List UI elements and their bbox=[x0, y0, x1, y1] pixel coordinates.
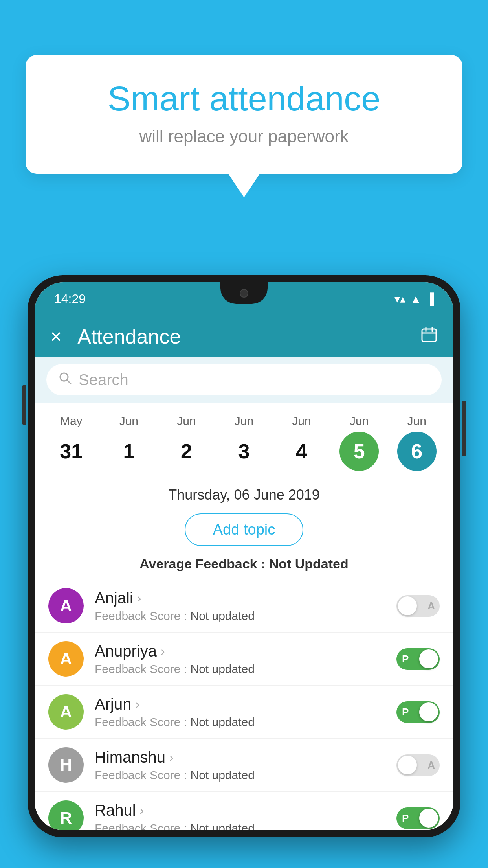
chevron-icon: › bbox=[140, 803, 144, 818]
attendance-toggle[interactable]: P bbox=[396, 648, 440, 670]
day-number-label: 5 bbox=[339, 432, 379, 471]
student-item[interactable]: RRahul ›Feedback Score : Not updated P bbox=[35, 792, 453, 830]
toggle-label: A bbox=[427, 759, 435, 771]
student-name: Himanshu › bbox=[95, 748, 396, 766]
calendar-day[interactable]: Jun6 bbox=[393, 414, 440, 471]
student-feedback: Feedback Score : Not updated bbox=[95, 662, 396, 676]
student-feedback: Feedback Score : Not updated bbox=[95, 609, 396, 623]
calendar-day[interactable]: Jun5 bbox=[336, 414, 383, 471]
day-number-label: 1 bbox=[109, 432, 149, 471]
day-number-label: 31 bbox=[51, 432, 91, 471]
student-name: Anupriya › bbox=[95, 642, 396, 660]
toggle-off[interactable]: A bbox=[396, 595, 440, 617]
student-item[interactable]: AArjun ›Feedback Score : Not updated P bbox=[35, 686, 453, 739]
chevron-icon: › bbox=[135, 697, 139, 712]
camera bbox=[240, 289, 248, 298]
phone-container: 14:29 ▾▴ ▲ ▐ × Attendance bbox=[28, 275, 460, 868]
status-icons: ▾▴ ▲ ▐ bbox=[394, 292, 434, 305]
student-feedback: Feedback Score : Not updated bbox=[95, 715, 396, 729]
speech-bubble-tail bbox=[228, 174, 260, 197]
student-item[interactable]: AAnjali ›Feedback Score : Not updated A bbox=[35, 579, 453, 633]
toggle-knob bbox=[398, 596, 417, 615]
speech-bubble-title: Smart attendance bbox=[57, 79, 431, 119]
power-button bbox=[462, 401, 466, 456]
day-month-label: Jun bbox=[350, 414, 369, 428]
speech-bubble-container: Smart attendance will replace your paper… bbox=[26, 55, 462, 197]
battery-icon: ▐ bbox=[426, 293, 434, 305]
selected-date: Thursday, 06 June 2019 bbox=[35, 479, 453, 507]
toggle-on[interactable]: P bbox=[396, 648, 440, 670]
add-topic-container: Add topic bbox=[35, 507, 453, 552]
toggle-label: A bbox=[427, 600, 435, 612]
toggle-knob bbox=[419, 809, 438, 828]
svg-rect-0 bbox=[422, 329, 436, 342]
student-avatar: A bbox=[48, 588, 84, 623]
phone-notch bbox=[220, 282, 268, 304]
phone-outer: 14:29 ▾▴ ▲ ▐ × Attendance bbox=[28, 275, 460, 837]
student-avatar: A bbox=[48, 694, 84, 730]
student-info: Anupriya ›Feedback Score : Not updated bbox=[95, 642, 396, 676]
chevron-icon: › bbox=[169, 750, 174, 765]
calendar-icon[interactable] bbox=[420, 326, 438, 347]
calendar-day[interactable]: Jun3 bbox=[220, 414, 268, 471]
day-month-label: Jun bbox=[119, 414, 138, 428]
student-item[interactable]: AAnupriya ›Feedback Score : Not updated … bbox=[35, 633, 453, 686]
attendance-toggle[interactable]: A bbox=[396, 754, 440, 776]
student-name: Rahul › bbox=[95, 802, 396, 819]
phone-screen: 14:29 ▾▴ ▲ ▐ × Attendance bbox=[35, 282, 453, 830]
app-bar-title: Attendance bbox=[77, 325, 420, 348]
chevron-icon: › bbox=[161, 644, 165, 658]
search-bar[interactable]: Search bbox=[46, 364, 442, 395]
app-bar: × Attendance bbox=[35, 316, 453, 357]
phone-time: 14:29 bbox=[54, 292, 86, 306]
student-list: AAnjali ›Feedback Score : Not updated A … bbox=[35, 579, 453, 830]
calendar-day[interactable]: Jun1 bbox=[105, 414, 152, 471]
svg-line-5 bbox=[67, 380, 71, 384]
toggle-on[interactable]: P bbox=[396, 807, 440, 829]
calendar-day[interactable]: May31 bbox=[48, 414, 95, 471]
search-input-placeholder: Search bbox=[79, 371, 128, 389]
close-button[interactable]: × bbox=[50, 325, 62, 348]
toggle-label: P bbox=[402, 653, 409, 665]
toggle-knob bbox=[398, 756, 417, 774]
toggle-knob bbox=[419, 649, 438, 668]
toggle-on[interactable]: P bbox=[396, 701, 440, 723]
avg-feedback: Average Feedback : Not Updated bbox=[35, 552, 453, 579]
student-avatar: R bbox=[48, 800, 84, 830]
search-bar-container: Search bbox=[35, 357, 453, 403]
student-feedback: Feedback Score : Not updated bbox=[95, 769, 396, 782]
student-avatar: H bbox=[48, 747, 84, 783]
toggle-knob bbox=[419, 702, 438, 721]
toggle-label: P bbox=[402, 812, 409, 824]
day-month-label: Jun bbox=[235, 414, 253, 428]
toggle-label: P bbox=[402, 706, 409, 718]
student-avatar: A bbox=[48, 641, 84, 677]
student-feedback: Feedback Score : Not updated bbox=[95, 822, 396, 831]
speech-bubble: Smart attendance will replace your paper… bbox=[26, 55, 462, 174]
signal-icon: ▲ bbox=[410, 293, 421, 305]
student-info: Himanshu ›Feedback Score : Not updated bbox=[95, 748, 396, 782]
search-icon bbox=[58, 371, 72, 389]
attendance-toggle[interactable]: P bbox=[396, 807, 440, 829]
day-number-label: 2 bbox=[167, 432, 206, 471]
student-name: Anjali › bbox=[95, 589, 396, 607]
day-month-label: Jun bbox=[407, 414, 426, 428]
day-number-label: 6 bbox=[397, 432, 437, 471]
day-number-label: 3 bbox=[224, 432, 264, 471]
student-info: Rahul ›Feedback Score : Not updated bbox=[95, 802, 396, 831]
calendar-strip: May31Jun1Jun2Jun3Jun4Jun5Jun6 bbox=[35, 403, 453, 479]
wifi-icon: ▾▴ bbox=[394, 292, 405, 305]
attendance-toggle[interactable]: P bbox=[396, 701, 440, 723]
student-info: Anjali ›Feedback Score : Not updated bbox=[95, 589, 396, 623]
add-topic-button[interactable]: Add topic bbox=[185, 513, 303, 546]
calendar-day[interactable]: Jun2 bbox=[163, 414, 210, 471]
toggle-off[interactable]: A bbox=[396, 754, 440, 776]
volume-button bbox=[22, 385, 26, 425]
day-month-label: Jun bbox=[292, 414, 311, 428]
student-item[interactable]: HHimanshu ›Feedback Score : Not updated … bbox=[35, 739, 453, 792]
status-bar: 14:29 ▾▴ ▲ ▐ bbox=[35, 282, 453, 316]
attendance-toggle[interactable]: A bbox=[396, 595, 440, 617]
day-month-label: Jun bbox=[177, 414, 196, 428]
avg-feedback-label: Average Feedback : bbox=[139, 556, 269, 571]
calendar-day[interactable]: Jun4 bbox=[278, 414, 325, 471]
